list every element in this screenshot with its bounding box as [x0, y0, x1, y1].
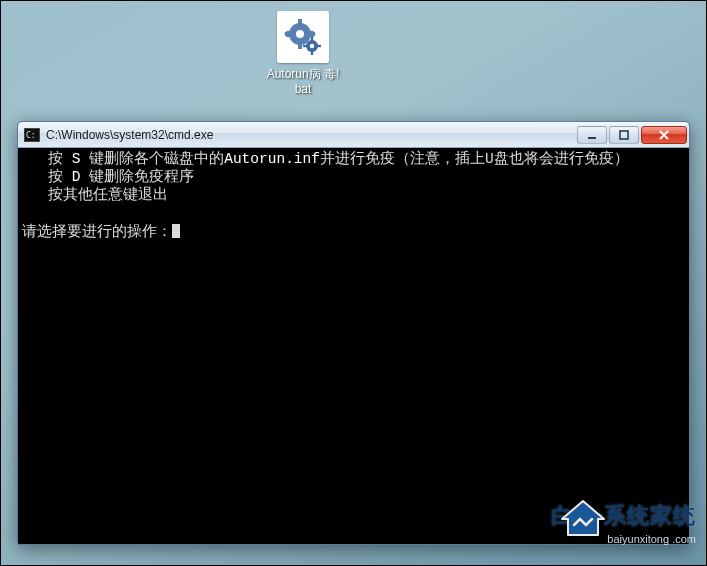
console-prompt: 请选择要进行的操作：	[22, 224, 172, 240]
svg-rect-14	[317, 45, 321, 47]
console-output[interactable]: 按 S 键删除各个磁盘中的Autorun.inf并进行免疫（注意，插上U盘也将会…	[18, 148, 689, 544]
window-controls	[577, 126, 687, 144]
svg-rect-13	[303, 45, 307, 47]
svg-rect-1	[298, 19, 302, 25]
desktop-icon-label: Autorun病 毒!bat	[264, 67, 342, 97]
cmd-icon: C:	[24, 128, 40, 142]
svg-point-9	[296, 30, 304, 38]
titlebar[interactable]: C: C:\Windows\system32\cmd.exe	[18, 122, 689, 148]
console-line-3: 按其他任意键退出	[22, 187, 168, 203]
batch-file-icon	[277, 11, 329, 63]
desktop-icon-autorun-bat[interactable]: Autorun病 毒!bat	[264, 11, 342, 97]
window-title: C:\Windows\system32\cmd.exe	[46, 128, 571, 142]
svg-rect-2	[298, 43, 302, 49]
svg-rect-19	[620, 131, 628, 139]
maximize-button[interactable]	[609, 126, 639, 144]
console-line-2: 按 D 键删除免疫程序	[22, 169, 194, 185]
svg-rect-12	[311, 51, 313, 55]
cmd-window: C: C:\Windows\system32\cmd.exe	[17, 121, 690, 545]
desktop: Autorun病 毒!bat C: C:\Windows\system32\cm…	[0, 0, 707, 566]
cursor-icon	[172, 224, 180, 238]
svg-rect-18	[588, 137, 596, 139]
console-line-1: 按 S 键删除各个磁盘中的Autorun.inf并进行免疫（注意，插上U盘也将会…	[22, 151, 629, 167]
minimize-button[interactable]	[577, 126, 607, 144]
svg-rect-11	[311, 37, 313, 41]
svg-point-15	[310, 44, 314, 48]
svg-text:C:: C:	[26, 131, 36, 140]
close-button[interactable]	[641, 126, 687, 144]
